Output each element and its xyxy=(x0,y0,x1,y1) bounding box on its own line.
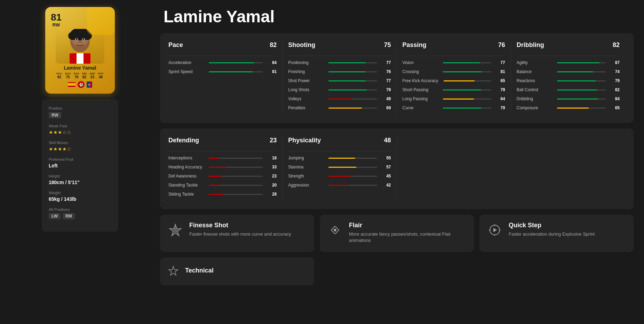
finesse-shot-card: Finesse Shot Faster finesse shots with m… xyxy=(160,215,314,252)
volleys-value: 49 xyxy=(383,96,391,101)
height-label: Height xyxy=(49,174,111,178)
alt-positions-badges: LW RM xyxy=(49,213,111,219)
spain-flag-icon xyxy=(68,82,75,87)
sliding-tackle-value: 28 xyxy=(268,192,277,197)
crossing-value: 81 xyxy=(497,69,505,74)
club-icon: B xyxy=(87,81,92,88)
card-flags: ⚽ B xyxy=(51,81,109,88)
stat-aggression: Aggression 42 xyxy=(288,183,391,188)
stat-strength: Strength 45 xyxy=(288,174,391,179)
dribbling-stat-value: 84 xyxy=(611,96,620,101)
defending-overall: 23 xyxy=(270,137,277,144)
position-badge: RW xyxy=(49,112,61,118)
long-shots-label: Long Shots xyxy=(288,87,323,92)
balance-value: 74 xyxy=(611,69,620,74)
standing-tackle-label: Standing Tackle xyxy=(168,183,203,188)
svg-point-17 xyxy=(334,229,336,231)
alt-positions-label: Alt Positions xyxy=(49,207,111,212)
pace-header: Pace 82 xyxy=(168,41,277,50)
strength-value: 45 xyxy=(383,174,391,179)
alt-badge-lw: LW xyxy=(49,213,61,219)
weight-value: 65kg / 143lb xyxy=(49,196,111,202)
agility-value: 87 xyxy=(611,60,620,65)
svg-point-7 xyxy=(76,39,78,40)
stat-shot-power: Shot Power 77 xyxy=(288,78,391,83)
shot-power-label: Shot Power xyxy=(288,78,323,83)
reactions-value: 79 xyxy=(611,78,620,83)
finishing-value: 76 xyxy=(383,69,391,74)
stat-penalties: Penalties 69 xyxy=(288,105,391,110)
player-info-panel: Position RW Weak Foot ★★★☆☆ Skill Moves … xyxy=(42,99,118,232)
finesse-shot-icon xyxy=(167,222,184,238)
preferred-foot-value: Left xyxy=(49,163,111,168)
stat-stamina: Stamina 57 xyxy=(288,165,391,169)
pace-overall: 82 xyxy=(270,41,277,49)
skill-moves-section: Skill Moves ★★★★☆ xyxy=(49,141,111,152)
composure-value: 65 xyxy=(611,105,620,110)
interceptions-value: 18 xyxy=(268,156,277,160)
preferred-foot-label: Preferred Foot xyxy=(49,157,111,161)
pace-category: Pace 82 Acceleration 84 Sprint Speed 81 xyxy=(168,41,283,114)
shot-power-value: 77 xyxy=(383,78,391,83)
physicality-category: Physicality 48 Jumping 55 Stamina 57 Str… xyxy=(283,137,397,201)
dribbling-overall: 82 xyxy=(613,41,620,49)
stat-long-shots: Long Shots 79 xyxy=(288,87,391,92)
stat-vision: Vision 77 xyxy=(403,60,505,65)
stat-ball-control: Ball Control 82 xyxy=(517,87,620,92)
flair-icon xyxy=(327,222,343,238)
empty-column xyxy=(397,137,626,201)
heading-accuracy-value: 33 xyxy=(268,165,277,169)
stat-short-passing: Short Passing 79 xyxy=(403,87,505,92)
heading-accuracy-label: Heading Accuracy xyxy=(168,165,203,169)
physicality-name: Physicality xyxy=(288,137,321,144)
flair-card: Flair More accurate fancy passes/shots, … xyxy=(320,215,474,252)
long-passing-value: 64 xyxy=(497,96,505,101)
physicality-overall: 48 xyxy=(384,137,391,144)
dribbling-stat-label: Dribbling xyxy=(517,96,551,101)
stamina-label: Stamina xyxy=(288,165,323,169)
curve-value: 79 xyxy=(497,105,505,110)
quick-step-desc: Faster acceleration during Explosive Spr… xyxy=(509,231,627,237)
stat-finishing: Finishing 76 xyxy=(288,69,391,74)
penalties-label: Penalties xyxy=(288,105,323,110)
stat-curve: Curve 79 xyxy=(403,105,505,110)
crossing-label: Crossing xyxy=(403,69,437,74)
stat-agility: Agility 87 xyxy=(517,60,620,65)
stat-sprint-speed: Sprint Speed 81 xyxy=(168,69,277,74)
defending-category: Defending 23 Interceptions 18 Heading Ac… xyxy=(168,137,283,201)
positioning-label: Positioning xyxy=(288,60,323,65)
volleys-label: Volleys xyxy=(288,96,323,101)
svg-rect-12 xyxy=(77,53,84,64)
stat-heading-accuracy: Heading Accuracy 33 xyxy=(168,165,277,169)
card-position: RW xyxy=(51,22,62,27)
balance-label: Balance xyxy=(517,69,551,74)
stat-crossing: Crossing 81 xyxy=(403,69,505,74)
acceleration-value: 84 xyxy=(268,60,277,65)
weight-section: Weight 65kg / 143lb xyxy=(49,191,111,202)
card-player-name: Lamine Yamal xyxy=(51,65,109,71)
strength-label: Strength xyxy=(288,174,323,179)
stat-reactions: Reactions 79 xyxy=(517,78,620,83)
defending-name: Defending xyxy=(168,137,199,144)
acceleration-label: Acceleration xyxy=(168,60,203,65)
alt-positions-section: Alt Positions LW RM xyxy=(49,207,111,219)
short-passing-label: Short Passing xyxy=(403,87,437,92)
weak-foot-section: Weak Foot ★★★☆☆ xyxy=(49,124,111,135)
player-card: 81 RW xyxy=(45,7,115,94)
skill-moves-stars: ★★★★☆ xyxy=(49,146,111,152)
standing-tackle-value: 20 xyxy=(268,183,277,188)
positioning-value: 77 xyxy=(383,60,391,65)
pace-name: Pace xyxy=(168,41,183,49)
weight-label: Weight xyxy=(49,191,111,195)
long-passing-label: Long Passing xyxy=(403,96,437,101)
finesse-shot-text: Finesse Shot Faster finesse shots with m… xyxy=(189,222,307,237)
sprint-speed-value: 81 xyxy=(268,69,277,74)
def-awareness-label: Def Awareness xyxy=(168,174,203,179)
alt-badge-rm: RM xyxy=(63,213,75,219)
composure-label: Composure xyxy=(517,105,551,110)
stat-balance: Balance 74 xyxy=(517,69,620,74)
shooting-name: Shooting xyxy=(288,41,315,49)
aggression-label: Aggression xyxy=(288,183,323,188)
curve-label: Curve xyxy=(403,105,437,110)
reactions-label: Reactions xyxy=(517,78,551,83)
